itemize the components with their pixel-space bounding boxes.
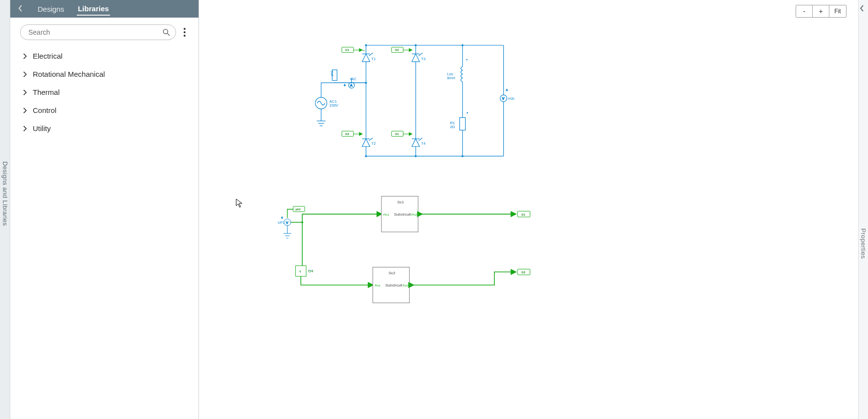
svg-point-42 bbox=[467, 112, 468, 113]
svg-line-1 bbox=[167, 33, 170, 36]
label-t1: T1 bbox=[371, 57, 376, 61]
chevron-right-icon bbox=[22, 89, 28, 95]
label-t3: T3 bbox=[421, 57, 426, 61]
sidebar-toolbar bbox=[10, 18, 199, 44]
properties-rail[interactable]: Properties bbox=[858, 0, 868, 419]
label-vp1: VP1 bbox=[278, 221, 285, 225]
properties-label: Properties bbox=[860, 228, 867, 259]
label-r1-value: 2Ω bbox=[450, 125, 455, 129]
chevron-right-icon bbox=[22, 126, 28, 132]
sc1-type: Subcircuit bbox=[394, 212, 411, 217]
back-icon[interactable] bbox=[18, 5, 25, 13]
chevron-right-icon bbox=[22, 53, 28, 59]
phase-tag-label: ph1 bbox=[295, 208, 301, 211]
out-tag-g2-label: G2 bbox=[521, 271, 526, 274]
ac-source[interactable] bbox=[315, 97, 327, 109]
svg-point-27 bbox=[415, 44, 417, 46]
svg-marker-12 bbox=[362, 54, 370, 62]
schematic-svg[interactable]: A + bbox=[199, 0, 858, 419]
svg-line-14 bbox=[369, 53, 373, 56]
voltmeter[interactable]: V bbox=[500, 95, 507, 102]
label-ldc-value: 8mH bbox=[447, 76, 455, 80]
canvas[interactable]: - + Fit bbox=[199, 0, 858, 419]
gain-name: G4 bbox=[308, 269, 313, 273]
resistor[interactable] bbox=[460, 118, 466, 131]
gate-tag-g2-t3[interactable]: G2 bbox=[392, 47, 412, 52]
out-tag-g1-label: G1 bbox=[521, 213, 526, 216]
svg-point-3 bbox=[183, 31, 185, 33]
gain-value: -1 bbox=[298, 270, 301, 273]
inductor[interactable] bbox=[461, 66, 462, 82]
ammeter-symbol: A bbox=[350, 84, 353, 87]
zoom-fit-button[interactable]: Fit bbox=[829, 5, 846, 17]
tree-item-label: Rotational Mechanical bbox=[33, 70, 105, 78]
tree-item-rotational-mechanical[interactable]: Rotational Mechanical bbox=[14, 65, 195, 83]
search-input[interactable] bbox=[27, 28, 159, 37]
tree-item-electrical[interactable]: Electrical bbox=[14, 47, 195, 65]
tree-item-control[interactable]: Control bbox=[14, 101, 195, 119]
tree-item-thermal[interactable]: Thermal bbox=[14, 83, 195, 101]
svg-marker-18 bbox=[412, 54, 420, 62]
svg-point-4 bbox=[183, 35, 185, 37]
polarity-plus: + bbox=[344, 84, 346, 87]
tag-label: G1 bbox=[395, 132, 400, 135]
label-vdc: Vdc bbox=[508, 96, 515, 101]
label-ac-value: 230V bbox=[329, 103, 338, 108]
label-t4: T4 bbox=[421, 141, 426, 146]
subcircuit-sc1[interactable]: Sc1 Subcircuit Pin1 Pin2 bbox=[381, 196, 418, 232]
chevron-left-icon[interactable] bbox=[860, 5, 865, 13]
search[interactable] bbox=[20, 24, 176, 40]
probe-symbol: V bbox=[286, 221, 289, 224]
tag-label: G1 bbox=[345, 48, 350, 51]
svg-line-17 bbox=[369, 138, 373, 141]
sc1-pin1: Pin1 bbox=[383, 213, 389, 216]
tree-item-utility[interactable]: Utility bbox=[14, 119, 195, 137]
zoom-in-button[interactable]: + bbox=[813, 5, 829, 17]
sc2-pin1: Pin1 bbox=[375, 284, 380, 287]
gate-tag-g1-t4[interactable]: G1 bbox=[392, 131, 412, 136]
svg-point-30 bbox=[365, 155, 367, 157]
gate-tag-g1-t1[interactable]: G1 bbox=[342, 47, 365, 52]
gate-tag-g2-t2[interactable]: G2 bbox=[342, 131, 362, 136]
ground-icon bbox=[317, 121, 326, 126]
left-rail-label: Designs and Libraries bbox=[1, 161, 9, 226]
left-rail[interactable]: Designs and Libraries bbox=[0, 0, 10, 419]
svg-point-41 bbox=[466, 59, 467, 61]
out-tag-g1[interactable]: G1 bbox=[517, 211, 530, 217]
subcircuit-sc2[interactable]: Sc2 Subcircuit Pin1 Pin2 bbox=[373, 267, 409, 303]
voltage-probe[interactable]: V + bbox=[281, 216, 291, 238]
tab-libraries[interactable]: Libraries bbox=[77, 2, 110, 16]
sc2-pin2: Pin2 bbox=[402, 284, 408, 287]
sidebar-header: Designs Libraries bbox=[10, 0, 199, 18]
svg-point-0 bbox=[163, 29, 168, 34]
tag-label: G2 bbox=[345, 132, 350, 135]
svg-point-29 bbox=[365, 82, 367, 84]
phase-tag[interactable]: ph1 bbox=[293, 206, 305, 212]
sidebar: Designs Libraries Electrical Rota bbox=[10, 0, 199, 419]
library-tree: Electrical Rotational Mechanical Thermal… bbox=[10, 44, 199, 142]
control-circuit[interactable]: ph1 V + VP1 bbox=[278, 196, 530, 303]
svg-point-28 bbox=[462, 44, 464, 46]
search-icon[interactable] bbox=[162, 28, 171, 37]
more-icon[interactable] bbox=[180, 26, 189, 38]
out-tag-g2[interactable]: G2 bbox=[517, 269, 530, 275]
gain-block[interactable]: -1 bbox=[295, 265, 306, 276]
svg-rect-24 bbox=[460, 118, 466, 131]
tree-item-label: Utility bbox=[33, 124, 51, 132]
chevron-right-icon bbox=[22, 108, 28, 113]
tab-designs[interactable]: Designs bbox=[37, 3, 65, 15]
chevron-right-icon bbox=[22, 71, 28, 77]
tree-item-label: Electrical bbox=[33, 52, 63, 60]
sc2-type: Subcircuit bbox=[385, 283, 402, 287]
label-ph1: ph1 bbox=[330, 70, 334, 76]
zoom-out-button[interactable]: - bbox=[796, 5, 813, 17]
rectifier-circuit[interactable]: A + bbox=[315, 44, 514, 157]
polarity-plus: + bbox=[281, 216, 283, 220]
sidebar-tabs: Designs Libraries bbox=[37, 2, 110, 16]
zoom-controls: - + Fit bbox=[796, 5, 846, 18]
voltmeter-symbol: V bbox=[502, 97, 505, 100]
sc2-name: Sc2 bbox=[389, 271, 396, 275]
svg-marker-21 bbox=[412, 139, 420, 147]
svg-point-31 bbox=[415, 155, 417, 157]
sc1-pin2: Pin2 bbox=[411, 213, 417, 216]
